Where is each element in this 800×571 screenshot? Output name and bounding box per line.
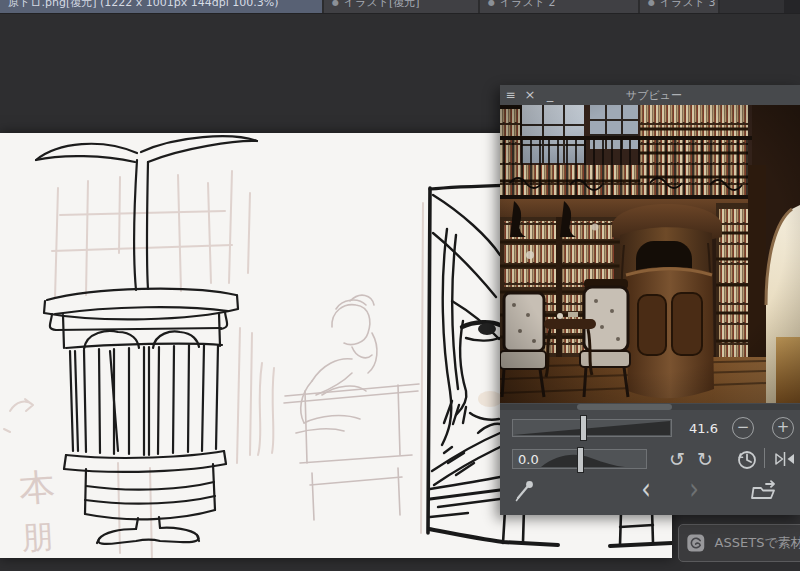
assets-button-label: ASSETSで素材を — [715, 534, 800, 552]
tab-label: イラスト[復元] — [344, 0, 420, 10]
minimize-icon[interactable]: _ — [540, 85, 560, 105]
assets-search-button[interactable]: ASSETSで素材を — [678, 524, 800, 562]
rotation-value: 0.0 — [518, 452, 539, 467]
open-image-icon[interactable] — [750, 480, 778, 500]
subview-header: ≡ × _ サブビュー — [500, 85, 800, 105]
subview-panel: ≡ × _ サブビュー — [500, 85, 800, 515]
tab-bar-filler — [720, 0, 784, 13]
reset-rotation-icon[interactable] — [736, 449, 758, 471]
previous-image-button[interactable]: ‹ — [635, 473, 657, 506]
tab-illustration-3[interactable]: ● イラスト 3 — [640, 0, 718, 13]
close-icon[interactable]: × — [520, 85, 540, 105]
tab-illustration-2[interactable]: ● イラスト 2 — [480, 0, 638, 13]
subview-controls: 41.6 − + 0.0 ↺ ↻ ‹ › — [500, 410, 800, 515]
tab-bar-end — [784, 0, 800, 13]
document-tab-bar: 原ドロ.png[復元] (1222 x 1001px 144dpi 100.3%… — [0, 0, 800, 14]
controls-divider — [764, 448, 765, 468]
panel-title: サブビュー — [560, 88, 800, 103]
clip-studio-assets-icon — [687, 530, 705, 556]
svg-text:朋: 朋 — [20, 517, 54, 557]
zoom-slider[interactable] — [512, 419, 672, 437]
zoom-out-button[interactable]: − — [732, 417, 754, 439]
flip-horizontal-icon[interactable] — [774, 451, 796, 467]
tab-label: イラスト 2 — [500, 0, 556, 10]
tab-label: 原ドロ.png[復元] (1222 x 1001px 144dpi 100.3%… — [8, 0, 279, 10]
panel-menu-icon[interactable]: ≡ — [500, 85, 520, 105]
modified-bullet-icon: ● — [648, 0, 655, 7]
tab-illustration-restored[interactable]: ● イラスト[復元] — [324, 0, 478, 13]
tab-label: イラスト 3 — [660, 0, 716, 10]
rotate-cw-button[interactable]: ↻ — [693, 448, 717, 470]
subview-photo[interactable] — [500, 105, 800, 403]
rotate-ccw-button[interactable]: ↺ — [665, 448, 689, 470]
library-photo-illustration — [500, 105, 800, 403]
next-image-button[interactable]: › — [683, 473, 705, 506]
tab-current-document[interactable]: 原ドロ.png[復元] (1222 x 1001px 144dpi 100.3%… — [0, 0, 322, 13]
rotate-slider[interactable]: 0.0 — [512, 449, 647, 469]
svg-text:本: 本 — [18, 466, 57, 509]
eyedropper-icon[interactable] — [514, 478, 536, 502]
rotate-slider-handle[interactable] — [577, 447, 584, 473]
zoom-in-button[interactable]: + — [772, 417, 794, 439]
zoom-value: 41.6 — [680, 421, 718, 436]
modified-bullet-icon: ● — [488, 0, 495, 7]
zoom-slider-handle[interactable] — [580, 415, 587, 441]
modified-bullet-icon: ● — [332, 0, 339, 7]
